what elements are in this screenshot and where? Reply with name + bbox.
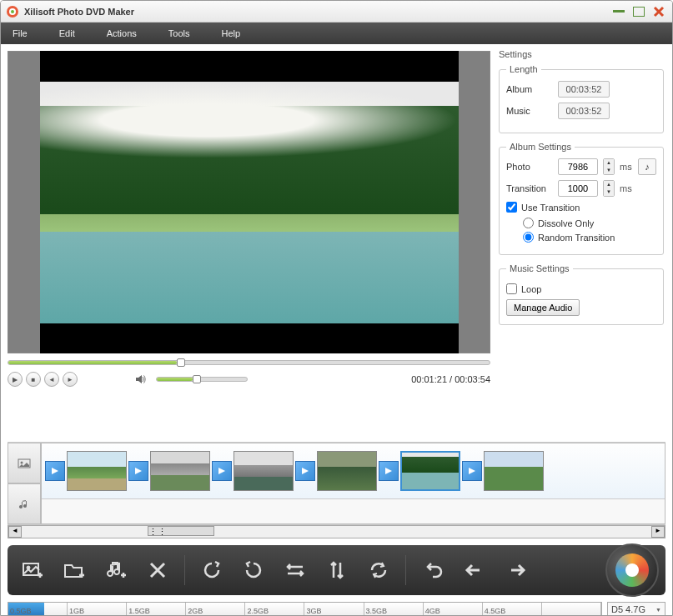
transition-icon[interactable]: [295, 461, 315, 481]
length-group: Length Album00:03:52 Music00:03:52: [499, 64, 664, 133]
svg-rect-3: [613, 10, 625, 13]
music-note-button[interactable]: ♪: [638, 158, 656, 175]
photo-track-tab[interactable]: [8, 443, 41, 483]
flip-h-button[interactable]: [280, 555, 310, 585]
preview-area: [8, 51, 490, 353]
maximize-button[interactable]: [630, 5, 647, 18]
timeline-thumb-selected[interactable]: [400, 451, 460, 491]
transition-icon[interactable]: [462, 461, 482, 481]
burn-dvd-button[interactable]: [605, 543, 659, 597]
stop-button[interactable]: ■: [26, 372, 41, 387]
prev-button[interactable]: ◄: [44, 372, 59, 387]
settings-panel: Settings Length Album00:03:52 Music00:03…: [494, 44, 672, 442]
svg-point-2: [11, 10, 14, 13]
main-toolbar: [8, 545, 665, 595]
transition-icon[interactable]: [379, 461, 399, 481]
timeline-thumb[interactable]: [317, 451, 377, 491]
preview-image: [40, 82, 459, 323]
svg-point-6: [21, 461, 23, 463]
transition-icon[interactable]: [212, 461, 232, 481]
refresh-button[interactable]: [364, 555, 394, 585]
loop-checkbox[interactable]: [506, 283, 517, 294]
scroll-left[interactable]: ◄: [8, 526, 22, 538]
volume-slider[interactable]: [156, 377, 248, 382]
add-music-button[interactable]: [101, 555, 131, 585]
music-settings-group: Music Settings Loop Manage Audio: [499, 263, 664, 325]
move-right-button[interactable]: [501, 555, 531, 585]
titlebar: Xilisoft Photo DVD Maker: [1, 1, 672, 23]
undo-button[interactable]: [418, 555, 448, 585]
timeline-thumb[interactable]: [484, 451, 544, 491]
menu-file[interactable]: File: [13, 28, 28, 38]
add-photo-button[interactable]: [18, 555, 48, 585]
menu-edit[interactable]: Edit: [59, 28, 75, 38]
disc-type-select[interactable]: D5 4.7G▼: [607, 602, 665, 616]
scroll-thumb[interactable]: ⋮⋮: [148, 526, 214, 536]
photo-down[interactable]: ▼: [604, 167, 614, 174]
menu-help[interactable]: Help: [221, 28, 240, 38]
transition-duration-input[interactable]: [558, 180, 598, 197]
trans-up[interactable]: ▲: [604, 181, 614, 188]
dissolve-radio[interactable]: [523, 218, 534, 228]
disc-gauge-row: 0.5GB 1GB 1.5GB 2GB 2.5GB 3GB 3.5GB 4GB …: [8, 602, 665, 616]
settings-heading: Settings: [499, 49, 664, 59]
svg-rect-7: [23, 563, 38, 575]
rotate-cw-button[interactable]: [197, 555, 227, 585]
timeline-scrollbar[interactable]: ◄ ⋮⋮ ►: [8, 525, 665, 538]
menu-tools[interactable]: Tools: [168, 28, 190, 38]
use-transition-checkbox[interactable]: [506, 202, 517, 213]
trans-down[interactable]: ▼: [604, 188, 614, 196]
photo-track[interactable]: [42, 443, 665, 498]
manage-audio-button[interactable]: Manage Audio: [506, 299, 580, 316]
photo-up[interactable]: ▲: [604, 159, 614, 167]
close-button[interactable]: [650, 5, 667, 18]
svg-rect-4: [633, 7, 645, 17]
menubar: File Edit Actions Tools Help: [1, 23, 672, 44]
photo-duration-input[interactable]: [558, 158, 598, 175]
timeline-thumb[interactable]: [150, 451, 210, 491]
next-button[interactable]: ►: [63, 372, 78, 387]
disc-usage-gauge: 0.5GB 1GB 1.5GB 2GB 2.5GB 3GB 3.5GB 4GB …: [8, 602, 602, 616]
transition-icon[interactable]: [128, 461, 148, 481]
album-length: 00:03:52: [558, 81, 610, 98]
progress-slider[interactable]: [8, 360, 490, 365]
music-length: 00:03:52: [558, 103, 610, 119]
timeline-thumb[interactable]: [234, 451, 294, 491]
flip-v-button[interactable]: [322, 555, 352, 585]
minimize-button[interactable]: [610, 5, 627, 18]
random-radio[interactable]: [523, 232, 534, 243]
menu-actions[interactable]: Actions: [107, 28, 137, 38]
app-logo-icon: [6, 5, 19, 18]
music-track[interactable]: [42, 498, 665, 523]
album-settings-group: Album Settings Photo ▲▼ ms ♪ Transition …: [499, 142, 664, 255]
timeline-thumb[interactable]: [67, 451, 127, 491]
play-button[interactable]: ▶: [8, 372, 23, 387]
transition-icon[interactable]: [45, 461, 65, 481]
delete-button[interactable]: [143, 555, 173, 585]
rotate-ccw-button[interactable]: [239, 555, 269, 585]
app-title: Xilisoft Photo DVD Maker: [24, 7, 610, 17]
music-track-tab[interactable]: [8, 483, 41, 524]
add-folder-button[interactable]: [59, 555, 89, 585]
timecode: 00:01:21 / 00:03:54: [411, 374, 490, 384]
move-left-button[interactable]: [460, 555, 490, 585]
timeline: [8, 442, 665, 525]
scroll-right[interactable]: ►: [651, 526, 665, 538]
volume-icon: [134, 373, 146, 385]
